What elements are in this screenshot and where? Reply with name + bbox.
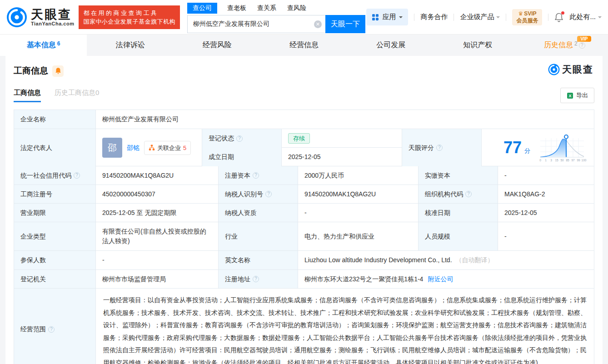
org-code-value: MAK1Q8AG-2	[498, 185, 594, 203]
company-type-label: 企业类型	[14, 222, 96, 250]
subscribe-bell-button[interactable]	[52, 65, 64, 77]
business-info-card: 工商信息 天眼查 工商信息 历史工商信息0 X 导出	[5, 56, 603, 364]
approval-date-value: 2025-12-05	[498, 204, 594, 222]
help-icon[interactable]	[253, 276, 259, 282]
brand-name: 天眼查	[31, 8, 74, 21]
help-icon[interactable]	[48, 326, 55, 333]
org-chart-icon	[149, 145, 155, 151]
paid-capital-value: -	[498, 166, 594, 184]
tab-count: 6	[57, 40, 60, 47]
cooperation-link[interactable]: 商务合作	[420, 13, 448, 21]
legal-rep-name-link[interactable]: 邵铭	[127, 143, 140, 153]
clear-icon[interactable]	[314, 20, 322, 28]
excel-icon: X	[567, 92, 573, 99]
business-info-table: 企业名称 柳州低空产业发展有限公司 法定代表人 邵 邵铭 关联企业 5	[14, 110, 594, 364]
tab-intellectual-property[interactable]: 知识产权	[434, 35, 521, 56]
org-code-label: 组织机构代码	[419, 185, 498, 203]
company-name-label: 企业名称	[14, 110, 96, 129]
industry-value: 电力、热力生产和供应业	[298, 222, 419, 250]
search-input[interactable]	[188, 15, 325, 33]
tab-label: 历史信息	[544, 40, 573, 50]
promo-line1: 都在用的商业查询工具	[83, 9, 175, 17]
divider	[548, 14, 548, 21]
tianyancha-logo[interactable]: 天眼查 TianYanCha.com	[6, 7, 74, 28]
subtab-history-business-info[interactable]: 历史工商信息0	[55, 89, 99, 102]
export-button[interactable]: X 导出	[560, 88, 594, 103]
business-term-value: 2025-12-05 至 无固定期限	[96, 204, 219, 222]
score-unit: 分	[524, 146, 530, 155]
tab-label: 法律诉讼	[116, 40, 145, 50]
related-companies-button[interactable]: 关联企业 5	[144, 141, 191, 155]
tab-label: 经营风险	[203, 40, 232, 50]
tianyancha-logo-icon	[6, 7, 27, 28]
search-button[interactable]: 天眼一下	[325, 15, 365, 33]
top-header: 天眼查 TianYanCha.com 都在用的商业查询工具 国家中小企业发展子基…	[0, 0, 608, 34]
svg-text:100: 100	[582, 159, 587, 162]
user-menu[interactable]: 此处有...	[569, 13, 602, 21]
svip-label-top: SVIP	[524, 10, 536, 17]
svg-text:50: 50	[560, 159, 564, 162]
tab-legal-proceedings[interactable]: 法律诉讼	[87, 35, 174, 56]
tab-label: 公司发展	[376, 40, 405, 50]
staff-size-label: 人员规模	[419, 222, 498, 250]
section-title-row: 工商信息	[14, 65, 594, 77]
taxpayer-id-label: 纳税人识别号	[219, 185, 298, 203]
tab-operating-info[interactable]: 经营信息	[260, 35, 347, 56]
tab-operating-risk[interactable]: 经营风险	[174, 35, 260, 56]
enterprise-menu[interactable]: 企业级产品	[460, 13, 500, 21]
status-date-column: 登记状态 存续 成立日期 2025-12-05	[202, 129, 402, 166]
table-row: 经营范围 一般经营项目：以自有资金从事投资活动；人工智能行业应用系统集成服务；信…	[14, 289, 594, 364]
table-row: 登记机关 柳州市市场监督管理局 注册地址 柳州市东环大道232号之一聚贤佳苑1栋…	[14, 270, 594, 289]
paid-capital-label: 实缴资本	[419, 166, 498, 184]
approval-date-label: 核准日期	[419, 204, 498, 222]
export-label: 导出	[576, 91, 588, 100]
help-icon[interactable]	[253, 172, 259, 179]
subtab-row: 工商信息 历史工商信息0 X 导出	[14, 88, 594, 103]
tab-basic-info[interactable]: 基本信息 6	[0, 35, 87, 56]
score-cell[interactable]: 77 分	[482, 129, 594, 166]
svg-text:99: 99	[577, 159, 580, 162]
nearby-companies-link[interactable]: 附近公司	[428, 274, 453, 284]
score-curve-chart: 0 1 3 15 50 85 97 99 100	[537, 133, 588, 163]
logo-text: 天眼查 TianYanCha.com	[31, 8, 74, 26]
avatar[interactable]: 邵	[102, 138, 122, 158]
reg-capital-label: 注册资本	[219, 166, 298, 184]
alert-bell-icon	[55, 67, 61, 75]
help-icon[interactable]	[236, 135, 243, 142]
svg-text:X: X	[568, 94, 571, 98]
reg-status-value: 存续	[282, 129, 402, 148]
insured-count-label: 参保人数	[14, 251, 96, 269]
table-row: 工商注册号 450200000450307 纳税人识别号 91450200MAK…	[14, 185, 594, 204]
notification-bell-button[interactable]	[554, 12, 563, 22]
svip-label-bottom: 会员服务	[516, 17, 538, 24]
help-icon[interactable]	[436, 145, 443, 151]
establish-date-label: 成立日期	[202, 148, 282, 166]
tab-history-info[interactable]: VIP 历史信息 2	[521, 35, 608, 56]
insured-count-value: -	[96, 251, 219, 269]
chevron-down-icon	[496, 16, 500, 20]
help-icon[interactable]	[579, 42, 585, 49]
taxpayer-id-value: 91450200MAK1Q8AG2U	[298, 185, 419, 203]
svip-member-button[interactable]: ♛SVIP 会员服务	[512, 9, 542, 25]
help-icon[interactable]	[265, 191, 272, 197]
svg-text:1: 1	[545, 159, 547, 162]
search-tab-company[interactable]: 查公司	[187, 3, 217, 14]
tab-company-development[interactable]: 公司发展	[348, 35, 434, 56]
taxpayer-qualification-value: -	[298, 204, 419, 222]
legal-rep-cell: 邵 邵铭 关联企业 5	[96, 129, 202, 166]
page-title: 工商信息	[14, 65, 48, 77]
apps-menu[interactable]: 应用	[366, 9, 408, 25]
divider	[506, 14, 506, 21]
table-row: 法定代表人 邵 邵铭 关联企业 5 登	[14, 129, 594, 166]
search-tab-risk[interactable]: 查风险	[286, 3, 307, 14]
user-menu-label: 此处有...	[569, 13, 596, 21]
svg-text:3: 3	[550, 159, 552, 162]
credit-code-label: 统一社会信用代码	[14, 166, 96, 184]
help-icon[interactable]	[465, 191, 472, 197]
crown-icon: ♛	[518, 10, 523, 17]
promo-line2: 国家中小企业发展子基金旗下机构	[83, 17, 175, 26]
subtab-business-info[interactable]: 工商信息	[14, 89, 41, 102]
search-tab-boss[interactable]: 查老板	[226, 3, 247, 14]
help-icon[interactable]	[74, 172, 80, 179]
search-tab-relation[interactable]: 查关系	[256, 3, 277, 14]
